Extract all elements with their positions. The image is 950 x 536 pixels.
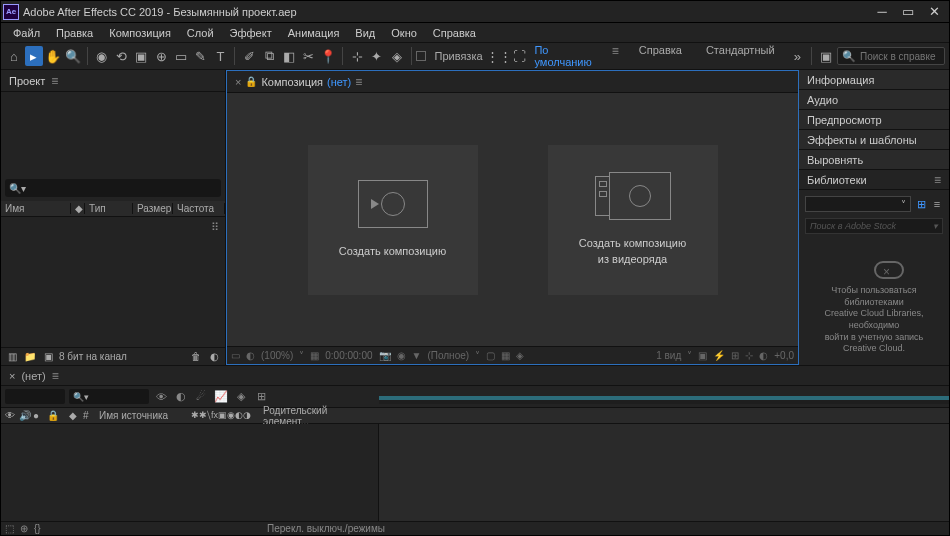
timeline-body[interactable] bbox=[1, 424, 949, 521]
timeline-search[interactable]: 🔍▾ bbox=[69, 389, 149, 404]
pen-tool[interactable]: ✎ bbox=[192, 46, 210, 66]
view-count[interactable]: 1 вид bbox=[656, 350, 681, 361]
region-icon[interactable]: ▢ bbox=[486, 350, 495, 361]
help-search-input[interactable] bbox=[860, 51, 940, 62]
new-folder-icon[interactable]: 📁 bbox=[23, 350, 37, 364]
eraser-tool[interactable]: ◧ bbox=[280, 46, 298, 66]
alpha-icon[interactable]: ◐ bbox=[246, 350, 255, 361]
zoom-tool[interactable]: 🔍 bbox=[64, 46, 82, 66]
menu-edit[interactable]: Правка bbox=[48, 25, 101, 41]
panel-effects[interactable]: Эффекты и шаблоны bbox=[799, 130, 949, 150]
selection-tool[interactable]: ▸ bbox=[25, 46, 43, 66]
maximize-button[interactable]: ▭ bbox=[895, 3, 921, 21]
libraries-menu-icon[interactable]: ≡ bbox=[934, 173, 941, 187]
menu-view[interactable]: Вид bbox=[347, 25, 383, 41]
col-type[interactable]: Тип bbox=[85, 203, 133, 214]
col-label-icon[interactable]: ◆ bbox=[69, 410, 81, 421]
panel-align[interactable]: Выровнять bbox=[799, 150, 949, 170]
clone-tool[interactable]: ⧉ bbox=[260, 46, 278, 66]
world-axis-tool[interactable]: ✦ bbox=[368, 46, 386, 66]
channel-icon[interactable]: ▼ bbox=[412, 350, 422, 361]
zoom-value[interactable]: (100%) bbox=[261, 350, 293, 361]
workspace-reset-icon[interactable]: ▣ bbox=[817, 46, 835, 66]
menu-effect[interactable]: Эффект bbox=[222, 25, 280, 41]
close-button[interactable]: ✕ bbox=[921, 3, 947, 21]
project-search-input[interactable] bbox=[30, 183, 217, 194]
expand-snap-icon[interactable]: ⛶ bbox=[511, 46, 529, 66]
grid-view-icon[interactable]: ⊞ bbox=[915, 198, 927, 210]
toggle-switches-label[interactable]: Перекл. выключ./режимы bbox=[267, 523, 385, 534]
close-tab-icon[interactable]: × bbox=[235, 76, 241, 88]
fast-preview-icon[interactable]: ⚡ bbox=[713, 350, 725, 361]
workspace-standard[interactable]: Стандартный bbox=[702, 44, 779, 68]
hand-tool[interactable]: ✋ bbox=[45, 46, 63, 66]
motion-blur-icon[interactable]: ☄ bbox=[193, 389, 209, 405]
workspace-help[interactable]: Справка bbox=[635, 44, 686, 68]
brush-tool[interactable]: ✐ bbox=[240, 46, 258, 66]
orbit-tool[interactable]: ◉ bbox=[93, 46, 111, 66]
timeline-icon[interactable]: ⊞ bbox=[731, 350, 739, 361]
toggle-pane-icon[interactable]: {} bbox=[34, 523, 41, 534]
create-composition-button[interactable]: Создать композицию bbox=[308, 145, 478, 295]
menu-file[interactable]: Файл bbox=[5, 25, 48, 41]
timeline-layer-list[interactable] bbox=[1, 424, 379, 521]
col-label-icon[interactable]: ◆ bbox=[71, 203, 85, 214]
snapshot-icon[interactable]: 📷 bbox=[379, 350, 391, 361]
composition-tab[interactable]: × 🔒 Композиция (нет) ≡ bbox=[227, 71, 798, 93]
create-from-footage-button[interactable]: Создать композицию из видеоряда bbox=[548, 145, 718, 295]
col-name[interactable]: Имя bbox=[1, 203, 71, 214]
workspace-default-menu-icon[interactable]: ≡ bbox=[612, 44, 619, 68]
library-search-dropdown-icon[interactable]: ▾ bbox=[933, 221, 938, 231]
toggle-switches-icon[interactable]: ⬚ bbox=[5, 523, 14, 534]
col-audio-icon[interactable]: 🔊 bbox=[19, 410, 31, 421]
menu-layer[interactable]: Слой bbox=[179, 25, 222, 41]
timeline-menu-icon[interactable]: ≡ bbox=[52, 369, 59, 383]
puppet-tool[interactable]: 📍 bbox=[320, 46, 338, 66]
panel-audio[interactable]: Аудио bbox=[799, 90, 949, 110]
project-tree[interactable]: ⠿ bbox=[1, 217, 225, 347]
view-axis-tool[interactable]: ◈ bbox=[388, 46, 406, 66]
menu-animation[interactable]: Анимация bbox=[280, 25, 348, 41]
timeline-current-time[interactable] bbox=[5, 389, 65, 404]
view-dropdown-icon[interactable]: ˅ bbox=[687, 350, 692, 361]
lock-icon[interactable]: 🔒 bbox=[245, 76, 257, 87]
project-panel-tab[interactable]: Проект ≡ bbox=[1, 70, 225, 92]
col-freq[interactable]: Частота bbox=[173, 203, 225, 214]
toggle-modes-icon[interactable]: ⊕ bbox=[20, 523, 28, 534]
col-size[interactable]: Размер bbox=[133, 203, 173, 214]
timeline-ruler-area[interactable] bbox=[379, 389, 949, 404]
magnify-icon[interactable]: ▭ bbox=[231, 350, 240, 361]
menu-window[interactable]: Окно bbox=[383, 25, 425, 41]
col-video-icon[interactable]: 👁 bbox=[5, 410, 17, 421]
pixel-aspect-icon[interactable]: ▣ bbox=[698, 350, 707, 361]
home-button[interactable]: ⌂ bbox=[5, 46, 23, 66]
show-snapshot-icon[interactable]: ◉ bbox=[397, 350, 406, 361]
transparency-icon[interactable]: ▦ bbox=[501, 350, 510, 361]
project-search[interactable]: 🔍▾ bbox=[5, 179, 221, 197]
res-icon[interactable]: ▦ bbox=[310, 350, 319, 361]
library-search[interactable]: Поиск в Adobe Stock ▾ bbox=[805, 218, 943, 234]
col-source[interactable]: Имя источника bbox=[99, 410, 189, 421]
composition-panel-menu-icon[interactable]: ≡ bbox=[355, 75, 362, 89]
panel-libraries[interactable]: Библиотеки ≡ bbox=[799, 170, 949, 190]
rotate-tool[interactable]: ⟲ bbox=[113, 46, 131, 66]
panel-info[interactable]: Информация bbox=[799, 70, 949, 90]
menu-composition[interactable]: Композиция bbox=[101, 25, 179, 41]
exposure-value[interactable]: +0,0 bbox=[774, 350, 794, 361]
new-comp-icon[interactable]: ▣ bbox=[41, 350, 55, 364]
shape-tool[interactable]: ▭ bbox=[172, 46, 190, 66]
toggle-icon[interactable]: ◐ bbox=[207, 350, 221, 364]
resolution-value[interactable]: (Полное) bbox=[427, 350, 469, 361]
bpc-label[interactable]: 8 бит на канал bbox=[59, 351, 127, 362]
interpret-footage-icon[interactable]: ▥ bbox=[5, 350, 19, 364]
camera-tool[interactable]: ▣ bbox=[133, 46, 151, 66]
shy-icon[interactable]: 👁 bbox=[153, 389, 169, 405]
panel-preview[interactable]: Предпросмотр bbox=[799, 110, 949, 130]
flowchart-icon[interactable]: ⊹ bbox=[745, 350, 753, 361]
library-select[interactable]: ˅ bbox=[805, 196, 911, 212]
col-num[interactable]: # bbox=[83, 410, 97, 421]
3d-icon[interactable]: ◈ bbox=[516, 350, 524, 361]
local-axis-tool[interactable]: ⊹ bbox=[348, 46, 366, 66]
col-switches-icon[interactable]: ✱✱⧹fx▣◉◐◑ bbox=[191, 410, 261, 421]
snap-checkbox[interactable] bbox=[416, 51, 425, 61]
